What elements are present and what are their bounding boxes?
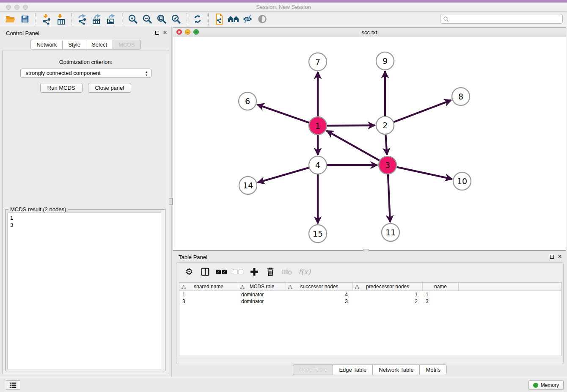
gear-icon[interactable]: ⚙ bbox=[184, 266, 194, 278]
tab-network-table[interactable]: Network Table bbox=[372, 364, 419, 375]
toolbar-separator bbox=[72, 13, 72, 25]
svg-text:9: 9 bbox=[383, 56, 388, 66]
svg-text:4: 4 bbox=[315, 160, 320, 170]
import-network-icon[interactable] bbox=[39, 13, 54, 25]
mcds-result-textarea[interactable]: 1 3 bbox=[7, 213, 165, 370]
network-canvas[interactable]: 7968124314101511 bbox=[173, 37, 566, 250]
graph-edge-1-2[interactable] bbox=[327, 125, 375, 126]
graph-node-15[interactable]: 15 bbox=[309, 225, 327, 243]
open-session-icon[interactable] bbox=[3, 13, 18, 25]
graph-edge-2-8[interactable] bbox=[394, 100, 451, 122]
column-header-successor-nodes[interactable]: successor nodes bbox=[286, 283, 353, 290]
network-window-titlebar[interactable]: ✕ − + scc.txt bbox=[173, 28, 566, 37]
delete-column-icon[interactable] bbox=[265, 266, 275, 278]
tab-style[interactable]: Style bbox=[62, 40, 86, 50]
show-all-icon[interactable] bbox=[255, 13, 270, 25]
table-row[interactable]: 1dominator411 bbox=[179, 291, 561, 298]
result-scrollbar[interactable] bbox=[161, 210, 165, 371]
graph-node-2[interactable]: 2 bbox=[376, 116, 394, 134]
graph-node-11[interactable]: 11 bbox=[382, 224, 399, 241]
export-image-icon[interactable] bbox=[104, 13, 118, 25]
table-cell[interactable]: 3 bbox=[286, 298, 353, 305]
table-cell[interactable]: 3 bbox=[179, 298, 238, 305]
tab-network[interactable]: Network bbox=[30, 40, 62, 50]
close-table-panel-icon[interactable]: ✕ bbox=[558, 254, 562, 259]
panel-splitter-grip[interactable] bbox=[169, 198, 173, 205]
duplicate-network-icon[interactable] bbox=[212, 13, 226, 25]
window-title: Session: New Session bbox=[0, 4, 567, 10]
column-header-shared-name[interactable]: shared name bbox=[179, 283, 238, 290]
mcds-panel: Optimization criterion: strongly connect… bbox=[2, 50, 169, 374]
toolbar-separator bbox=[187, 13, 187, 25]
table-cell[interactable]: dominator bbox=[238, 291, 286, 298]
export-table-icon[interactable] bbox=[90, 13, 104, 25]
graph-node-6[interactable]: 6 bbox=[239, 92, 256, 110]
table-cell[interactable]: 2 bbox=[353, 298, 423, 305]
tab-node-table[interactable]: Node Table bbox=[293, 364, 333, 375]
graph-edge-4-14[interactable] bbox=[258, 168, 309, 182]
table-cell[interactable]: 4 bbox=[286, 291, 353, 298]
zoom-out-icon[interactable] bbox=[140, 13, 154, 25]
svg-text:15: 15 bbox=[313, 229, 323, 238]
memory-label: Memory bbox=[541, 382, 559, 388]
search-field[interactable] bbox=[440, 14, 563, 24]
graph-edge-2-3[interactable] bbox=[385, 135, 387, 155]
zoom-in-icon[interactable] bbox=[126, 13, 140, 25]
graph-node-1[interactable]: 1 bbox=[309, 117, 327, 135]
tab-select[interactable]: Select bbox=[86, 40, 113, 50]
table-cell[interactable]: 3 bbox=[423, 298, 459, 305]
first-neighbors-icon[interactable] bbox=[226, 13, 241, 25]
svg-text:7: 7 bbox=[315, 57, 320, 66]
delete-table-icon bbox=[281, 266, 292, 278]
table-cell[interactable]: dominator bbox=[238, 298, 286, 305]
graph-edge-3-10[interactable] bbox=[397, 167, 452, 179]
deselect-all-icon[interactable] bbox=[233, 266, 243, 278]
graph-node-14[interactable]: 14 bbox=[239, 177, 257, 194]
graph-edge-3-11[interactable] bbox=[388, 174, 390, 222]
graph-edge-3-1[interactable] bbox=[327, 131, 380, 160]
add-column-icon[interactable] bbox=[249, 266, 259, 278]
table-header-row: shared name MCDS role successor nodes pr… bbox=[179, 283, 561, 291]
memory-button[interactable]: Memory bbox=[528, 380, 564, 390]
tab-edge-table[interactable]: Edge Table bbox=[333, 364, 372, 375]
tree-icon bbox=[288, 285, 292, 289]
search-input[interactable] bbox=[449, 15, 562, 23]
column-header-mcds-role[interactable]: MCDS role bbox=[238, 283, 286, 290]
column-header-name[interactable]: name bbox=[423, 283, 459, 290]
memory-status-icon bbox=[533, 383, 538, 388]
table-cell[interactable]: 1 bbox=[353, 291, 423, 298]
table-row[interactable]: 3dominator323 bbox=[179, 298, 561, 305]
select-all-icon[interactable]: ✓✓ bbox=[216, 266, 227, 278]
table-cell[interactable]: 1 bbox=[423, 291, 459, 298]
apply-layout-icon[interactable] bbox=[190, 13, 205, 25]
column-header-predecessor-nodes[interactable]: predecessor nodes bbox=[353, 283, 423, 290]
zoom-selected-icon[interactable] bbox=[169, 13, 183, 25]
optimization-criterion-label: Optimization criterion: bbox=[3, 59, 169, 65]
graph-node-7[interactable]: 7 bbox=[309, 53, 327, 71]
tab-motifs[interactable]: Motifs bbox=[419, 364, 447, 375]
zoom-fit-icon[interactable] bbox=[154, 13, 169, 25]
graph-node-9[interactable]: 9 bbox=[376, 52, 394, 70]
svg-text:3: 3 bbox=[385, 160, 390, 170]
float-table-panel-icon[interactable] bbox=[550, 255, 554, 259]
criterion-select[interactable]: strongly connected component ▲▼ bbox=[20, 69, 151, 78]
float-panel-icon[interactable] bbox=[155, 31, 159, 35]
import-table-icon[interactable] bbox=[54, 13, 68, 25]
graph-node-8[interactable]: 8 bbox=[452, 88, 470, 105]
table-cell[interactable]: 1 bbox=[179, 291, 238, 298]
graph-node-3[interactable]: 3 bbox=[379, 156, 396, 174]
graph-node-4[interactable]: 4 bbox=[309, 156, 327, 174]
graph-node-10[interactable]: 10 bbox=[453, 172, 471, 190]
graph-edge-1-6[interactable] bbox=[257, 105, 309, 123]
split-pane-icon[interactable] bbox=[200, 266, 210, 278]
control-panel: Control Panel ✕ Network Style Select MCD… bbox=[0, 27, 171, 377]
hide-selected-icon[interactable] bbox=[241, 13, 255, 25]
save-session-icon[interactable] bbox=[18, 13, 32, 25]
export-network-icon[interactable] bbox=[75, 13, 90, 25]
svg-text:8: 8 bbox=[458, 92, 463, 101]
close-panel-button[interactable]: Close panel bbox=[88, 83, 132, 93]
close-panel-icon[interactable]: ✕ bbox=[163, 30, 167, 35]
tab-mcds[interactable]: MCDS bbox=[113, 40, 140, 50]
task-history-button[interactable] bbox=[6, 380, 20, 390]
run-mcds-button[interactable]: Run MCDS bbox=[40, 83, 83, 93]
